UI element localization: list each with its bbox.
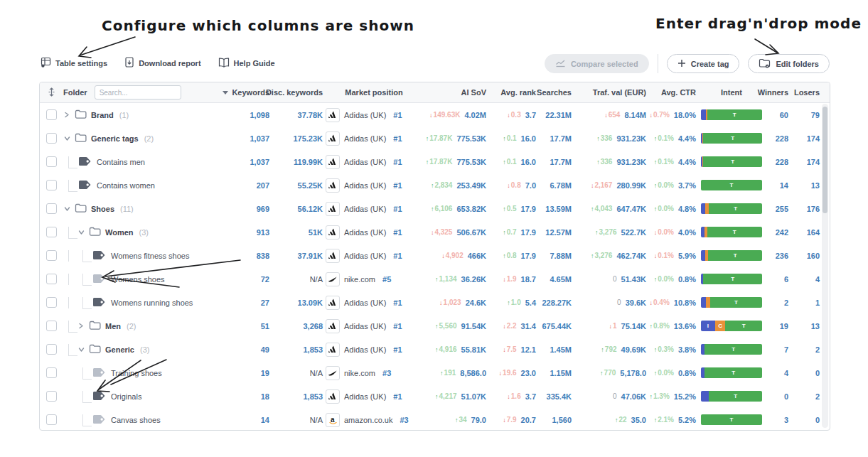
edit-folders-button[interactable]: Edit folders: [748, 54, 830, 73]
chevron-right-icon[interactable]: [77, 323, 85, 329]
folder-search-input[interactable]: [95, 85, 181, 100]
disc-keywords-count[interactable]: 37.78K: [298, 111, 323, 119]
disc-keywords-count[interactable]: 56.12K: [298, 205, 323, 213]
header-winners[interactable]: Winners: [767, 88, 788, 97]
disc-keywords-count[interactable]: 13.09K: [298, 299, 323, 307]
disc-keywords-count[interactable]: 55.25K: [298, 181, 323, 190]
header-market-position[interactable]: Market position: [323, 88, 422, 97]
disc-keywords-count[interactable]: 37.91K: [298, 252, 323, 260]
folder-label[interactable]: Shoes: [91, 205, 114, 213]
download-report-button[interactable]: Download report: [124, 57, 200, 69]
tag-label[interactable]: Contains men: [97, 158, 145, 166]
tag-label[interactable]: Womens fitness shoes: [111, 252, 189, 260]
keywords-count[interactable]: 913: [257, 228, 269, 237]
scrollbar-thumb[interactable]: [823, 107, 827, 213]
sort-move-icon[interactable]: [48, 87, 55, 98]
header-folder[interactable]: Folder: [63, 85, 211, 100]
losers-count[interactable]: 2: [815, 345, 820, 354]
header-losers[interactable]: Losers: [788, 88, 820, 97]
header-avg-rank[interactable]: Avg. rank: [486, 88, 536, 97]
help-guide-button[interactable]: Help Guide: [218, 58, 275, 69]
tag-label[interactable]: Womens shoes: [111, 275, 165, 284]
keywords-count[interactable]: 51: [261, 322, 269, 330]
header-keywords[interactable]: Keywords: [211, 88, 269, 97]
chevron-down-icon[interactable]: [63, 206, 70, 212]
tag-label[interactable]: Contains women: [97, 181, 155, 190]
tag-label[interactable]: Training shoes: [111, 369, 162, 377]
row-checkbox[interactable]: [46, 227, 57, 237]
losers-count[interactable]: 79: [811, 111, 820, 119]
header-intent[interactable]: Intent: [696, 88, 767, 97]
row-checkbox[interactable]: [46, 344, 57, 355]
header-ai-sov[interactable]: AI SoV: [422, 88, 486, 97]
winners-count[interactable]: 228: [776, 158, 788, 166]
row-checkbox[interactable]: [46, 133, 57, 144]
losers-count[interactable]: 1: [815, 299, 820, 307]
disc-keywords-count[interactable]: 1,853: [303, 392, 323, 401]
tag-label[interactable]: Canvas shoes: [111, 416, 161, 424]
row-checkbox[interactable]: [46, 297, 57, 308]
chevron-right-icon[interactable]: [63, 112, 70, 118]
losers-count[interactable]: 174: [807, 158, 820, 166]
disc-keywords-count[interactable]: 51K: [309, 228, 323, 237]
disc-keywords-count[interactable]: 119.99K: [294, 158, 323, 166]
losers-count[interactable]: 160: [807, 252, 820, 260]
keywords-count[interactable]: 1,037: [250, 134, 269, 143]
row-checkbox[interactable]: [46, 156, 57, 167]
keywords-count[interactable]: 1,037: [250, 158, 269, 166]
compare-selected-button[interactable]: Compare selected: [545, 54, 649, 73]
winners-count[interactable]: 228: [776, 134, 788, 143]
losers-count[interactable]: 2: [815, 392, 820, 401]
keywords-count[interactable]: 49: [261, 345, 269, 354]
folder-label[interactable]: Generic: [105, 345, 134, 354]
row-checkbox[interactable]: [46, 274, 57, 284]
row-checkbox[interactable]: [46, 180, 57, 190]
losers-count[interactable]: 0: [815, 416, 820, 424]
row-checkbox[interactable]: [46, 367, 57, 378]
header-traf-val[interactable]: Traf. val (EUR): [572, 88, 646, 97]
winners-count[interactable]: 14: [780, 181, 788, 190]
create-tag-button[interactable]: Create tag: [667, 54, 740, 73]
chevron-down-icon[interactable]: [77, 230, 85, 235]
losers-count[interactable]: 0: [815, 369, 820, 377]
folder-label[interactable]: Men: [105, 322, 121, 330]
keywords-count[interactable]: 19: [261, 369, 269, 377]
winners-count[interactable]: 255: [776, 205, 788, 213]
tag-label[interactable]: Womens running shoes: [111, 299, 193, 307]
row-checkbox[interactable]: [46, 250, 57, 261]
disc-keywords-count[interactable]: 175.23K: [293, 134, 323, 143]
keywords-count[interactable]: 1,098: [250, 111, 269, 119]
losers-count[interactable]: 176: [807, 205, 820, 213]
losers-count[interactable]: 174: [807, 134, 820, 143]
table-settings-button[interactable]: Table settings: [41, 57, 107, 69]
keywords-count[interactable]: 969: [257, 205, 269, 213]
folder-label[interactable]: Brand: [91, 111, 114, 119]
losers-count[interactable]: 13: [811, 181, 820, 190]
losers-count[interactable]: 13: [811, 322, 820, 330]
keywords-count[interactable]: 18: [261, 392, 269, 401]
header-searches[interactable]: Searches: [536, 88, 572, 97]
header-avg-ctr[interactable]: Avg. CTR: [646, 88, 696, 97]
chevron-down-icon[interactable]: [63, 136, 70, 141]
keywords-count[interactable]: 838: [257, 252, 269, 260]
row-checkbox[interactable]: [46, 321, 57, 331]
winners-count[interactable]: 19: [780, 322, 788, 330]
losers-count[interactable]: 4: [815, 275, 820, 284]
winners-count[interactable]: 242: [776, 228, 788, 237]
row-checkbox[interactable]: [46, 391, 57, 402]
row-checkbox[interactable]: [46, 414, 57, 425]
chevron-down-icon[interactable]: [77, 347, 85, 353]
folder-label[interactable]: Women: [105, 228, 134, 237]
disc-keywords-count[interactable]: 3,268: [303, 322, 323, 330]
row-checkbox[interactable]: [46, 109, 57, 120]
keywords-count[interactable]: 27: [261, 299, 269, 307]
winners-count[interactable]: 236: [776, 252, 788, 260]
header-disc-keywords[interactable]: Disc. keywords: [269, 88, 323, 97]
losers-count[interactable]: 164: [807, 228, 820, 237]
keywords-count[interactable]: 14: [261, 416, 269, 424]
disc-keywords-count[interactable]: 1,853: [303, 345, 323, 354]
row-checkbox[interactable]: [46, 203, 57, 214]
keywords-count[interactable]: 207: [257, 181, 269, 190]
keywords-count[interactable]: 72: [261, 275, 269, 284]
folder-label[interactable]: Generic tags: [91, 134, 139, 143]
